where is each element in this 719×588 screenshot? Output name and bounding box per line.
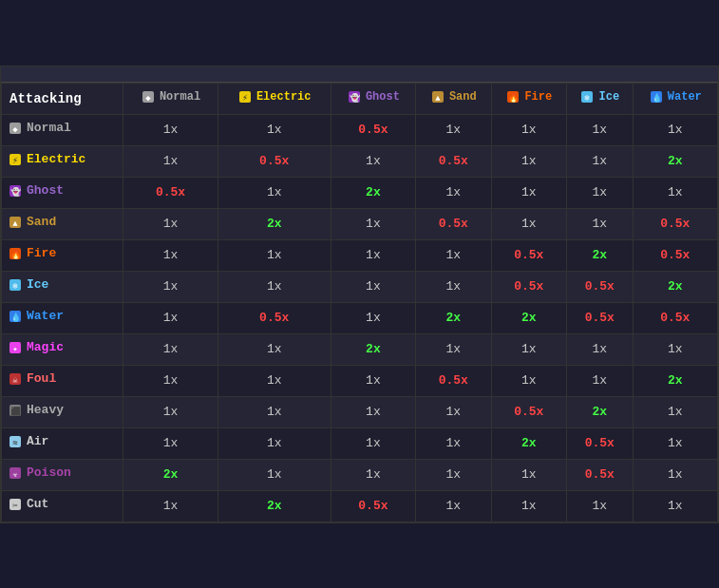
row-label-poison: ☣Poison: [2, 459, 123, 490]
cell-value: 0.5x: [331, 490, 415, 522]
cell-value: 1x: [331, 239, 415, 271]
svg-text:🔥: 🔥: [10, 249, 22, 260]
cell-value: 1x: [633, 459, 717, 490]
cell-value: 1x: [491, 365, 566, 396]
cell-value: 0.5x: [633, 302, 717, 333]
cell-value: 2x: [123, 459, 218, 490]
cell-value: 1x: [491, 145, 566, 177]
svg-text:👻: 👻: [349, 92, 360, 104]
cell-value: 1x: [331, 145, 415, 177]
cell-value: 1x: [331, 396, 415, 427]
svg-text:❄: ❄: [12, 282, 18, 292]
cell-value: 1x: [633, 396, 717, 427]
cell-value: 2x: [331, 333, 415, 365]
table-row: ☣Poison2x1x1x1x1x0.5x1x: [2, 459, 718, 490]
cell-value: 1x: [123, 145, 218, 177]
cell-value: 2x: [633, 365, 717, 396]
cell-value: 1x: [633, 427, 717, 459]
row-label-foul: ☠Foul: [2, 365, 123, 396]
table-row: ☠Foul1x1x1x0.5x1x1x2x: [2, 365, 718, 396]
svg-text:⚡: ⚡: [12, 156, 18, 166]
cell-value: 1x: [567, 365, 634, 396]
cell-value: 1x: [218, 427, 331, 459]
cell-value: 2x: [491, 427, 566, 459]
cell-value: 2x: [218, 490, 331, 522]
svg-text:▲: ▲: [435, 94, 441, 104]
cell-value: 1x: [331, 459, 415, 490]
cell-value: 1x: [123, 208, 218, 239]
cell-value: 1x: [123, 396, 218, 427]
row-label-sand: ▲Sand: [2, 208, 123, 239]
row-label-normal: ◆Normal: [2, 114, 123, 145]
cell-value: 1x: [123, 365, 218, 396]
cell-value: 0.5x: [633, 239, 717, 271]
cell-value: 2x: [633, 271, 717, 302]
svg-text:◆: ◆: [12, 124, 18, 134]
col-header-sand: ▲Sand: [416, 83, 491, 114]
cell-value: 0.5x: [123, 177, 218, 208]
cell-value: 0.5x: [567, 271, 634, 302]
table-row: ≈Air1x1x1x1x2x0.5x1x: [2, 427, 718, 459]
cell-value: 1x: [491, 208, 566, 239]
svg-text:≈: ≈: [12, 439, 17, 448]
cell-value: 1x: [218, 365, 331, 396]
cell-value: 1x: [567, 490, 634, 522]
table-row: ✂Cut1x2x0.5x1x1x1x1x: [2, 490, 718, 522]
row-label-ice: ❄Ice: [2, 271, 123, 302]
cell-value: 1x: [218, 396, 331, 427]
col-header-electric: ⚡Electric: [218, 83, 331, 114]
cell-value: 1x: [123, 427, 218, 459]
type-chart-table: Attacking ◆Normal⚡Electric👻Ghost▲Sand🔥Fi…: [1, 83, 718, 522]
svg-text:◆: ◆: [145, 93, 151, 103]
cell-value: 1x: [416, 490, 491, 522]
cell-value: 1x: [633, 333, 717, 365]
row-label-cut: ✂Cut: [2, 490, 123, 522]
svg-text:✦: ✦: [12, 345, 18, 354]
cell-value: 1x: [633, 114, 717, 145]
cell-value: 1x: [218, 114, 331, 145]
cell-value: 1x: [416, 177, 491, 208]
main-container: Attacking ◆Normal⚡Electric👻Ghost▲Sand🔥Fi…: [0, 66, 719, 523]
col-header-fire: 🔥Fire: [491, 83, 566, 114]
cell-value: 1x: [567, 114, 634, 145]
row-label-water: 💧Water: [2, 302, 123, 333]
svg-text:💧: 💧: [651, 92, 662, 104]
cell-value: 1x: [416, 396, 491, 427]
cell-value: 1x: [567, 145, 634, 177]
cell-value: 0.5x: [331, 114, 415, 145]
svg-text:▲: ▲: [12, 219, 18, 229]
cell-value: 1x: [416, 271, 491, 302]
cell-value: 1x: [331, 208, 415, 239]
cell-value: 0.5x: [416, 365, 491, 396]
cell-value: 2x: [633, 145, 717, 177]
cell-value: 2x: [331, 177, 415, 208]
cell-value: 2x: [491, 302, 566, 333]
cell-value: 1x: [491, 490, 566, 522]
svg-text:👻: 👻: [10, 186, 22, 198]
cell-value: 1x: [218, 333, 331, 365]
row-label-air: ≈Air: [2, 427, 123, 459]
svg-text:❄: ❄: [585, 94, 591, 104]
svg-text:💧: 💧: [10, 312, 22, 323]
row-label-heavy: ⬛Heavy: [2, 396, 123, 427]
svg-text:🔥: 🔥: [508, 92, 520, 104]
cell-value: 1x: [218, 271, 331, 302]
cell-value: 1x: [491, 177, 566, 208]
cell-value: 1x: [123, 239, 218, 271]
col-header-ice: ❄Ice: [567, 83, 634, 114]
col-header-ghost: 👻Ghost: [331, 83, 415, 114]
cell-value: 1x: [633, 490, 717, 522]
table-row: ▲Sand1x2x1x0.5x1x1x0.5x: [2, 208, 718, 239]
cell-value: 1x: [123, 333, 218, 365]
cell-value: 1x: [491, 114, 566, 145]
cell-value: 0.5x: [567, 459, 634, 490]
cell-value: 1x: [123, 490, 218, 522]
cell-value: 0.5x: [491, 396, 566, 427]
table-row: ⚡Electric1x0.5x1x0.5x1x1x2x: [2, 145, 718, 177]
cell-value: 0.5x: [416, 208, 491, 239]
table-row: 👻Ghost0.5x1x2x1x1x1x1x: [2, 177, 718, 208]
cell-value: 0.5x: [633, 208, 717, 239]
row-label-fire: 🔥Fire: [2, 239, 123, 271]
cell-value: 1x: [416, 427, 491, 459]
cell-value: 1x: [123, 302, 218, 333]
